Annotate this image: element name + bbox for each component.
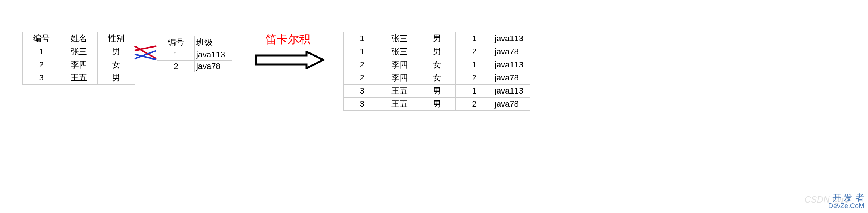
- cell-name: 张三: [381, 32, 418, 45]
- cell-gender: 男: [418, 85, 456, 98]
- cross-connection-icon: [134, 43, 160, 62]
- cell-id: 2: [344, 71, 381, 85]
- cell-gender: 男: [418, 45, 456, 58]
- cell-class-id: 2: [456, 71, 493, 85]
- cell-name: 李四: [381, 71, 418, 85]
- table-row: 2 李四 女 1 java113: [344, 58, 530, 71]
- header-id: 编号: [23, 32, 60, 45]
- table-row: 3 王五 男 2 java78: [344, 98, 530, 111]
- cell-id: 1: [344, 45, 381, 58]
- cell-name: 王五: [381, 85, 418, 98]
- cell-id: 2: [344, 58, 381, 71]
- cell-class: java78: [493, 45, 530, 58]
- cell-id: 3: [23, 71, 60, 85]
- cell-class: java113: [493, 85, 530, 98]
- table-row: 3 王五 男 1 java113: [344, 85, 530, 98]
- cell-id: 1: [344, 32, 381, 45]
- diagram-title: 笛卡尔积: [265, 32, 310, 47]
- cell-name: 王五: [381, 98, 418, 111]
- cell-gender: 男: [98, 71, 135, 85]
- header-gender: 性别: [98, 32, 135, 45]
- table-header-row: 编号 班级: [157, 36, 232, 49]
- table-row: 2 java78: [157, 61, 232, 72]
- cell-class: java78: [493, 98, 530, 111]
- watermark-devze: 开 发 者 DevZe.CoM: [828, 193, 864, 210]
- cell-gender: 男: [418, 98, 456, 111]
- cell-gender: 女: [418, 58, 456, 71]
- cell-name: 张三: [381, 45, 418, 58]
- right-table-classes: 编号 班级 1 java113 2 java78: [157, 36, 232, 72]
- table-row: 3 王五 男: [23, 71, 135, 85]
- cell-class-id: 2: [456, 45, 493, 58]
- cell-id: 3: [344, 98, 381, 111]
- cell-name: 王五: [60, 71, 98, 85]
- table-row: 2 李四 女 2 java78: [344, 71, 530, 85]
- cell-class-id: 1: [456, 32, 493, 45]
- cell-id: 1: [157, 49, 195, 61]
- cell-name: 李四: [60, 58, 98, 71]
- cell-gender: 女: [418, 71, 456, 85]
- left-table-persons: 编号 姓名 性别 1 张三 男 2 李四 女 3 王五 男: [22, 32, 135, 85]
- cell-class-id: 1: [456, 85, 493, 98]
- header-name: 姓名: [60, 32, 98, 45]
- result-table-cartesian: 1 张三 男 1 java113 1 张三 男 2 java78 2 李四 女 …: [343, 32, 530, 111]
- watermark-en: DevZe.CoM: [828, 203, 864, 210]
- table-header-row: 编号 姓名 性别: [23, 32, 135, 45]
- header-class: 班级: [195, 36, 232, 49]
- cell-class: java113: [195, 49, 232, 61]
- cell-id: 2: [23, 58, 60, 71]
- watermark-cn: 开 发 者: [828, 193, 864, 203]
- cell-gender: 男: [98, 45, 135, 58]
- cell-id: 3: [344, 85, 381, 98]
- cell-class: java78: [195, 61, 232, 72]
- table-row: 2 李四 女: [23, 58, 135, 71]
- table-row: 1 张三 男 2 java78: [344, 45, 530, 58]
- cell-name: 张三: [60, 45, 98, 58]
- cell-id: 2: [157, 61, 195, 72]
- cell-class: java113: [493, 32, 530, 45]
- table-row: 1 张三 男: [23, 45, 135, 58]
- cell-id: 1: [23, 45, 60, 58]
- header-id: 编号: [157, 36, 195, 49]
- cell-gender: 女: [98, 58, 135, 71]
- cell-name: 李四: [381, 58, 418, 71]
- table-row: 1 java113: [157, 49, 232, 61]
- cell-class-id: 1: [456, 58, 493, 71]
- cell-class: java78: [493, 71, 530, 85]
- arrow-icon: [254, 51, 325, 69]
- cell-class: java113: [493, 58, 530, 71]
- table-row: 1 张三 男 1 java113: [344, 32, 530, 45]
- cell-gender: 男: [418, 32, 456, 45]
- cell-class-id: 2: [456, 98, 493, 111]
